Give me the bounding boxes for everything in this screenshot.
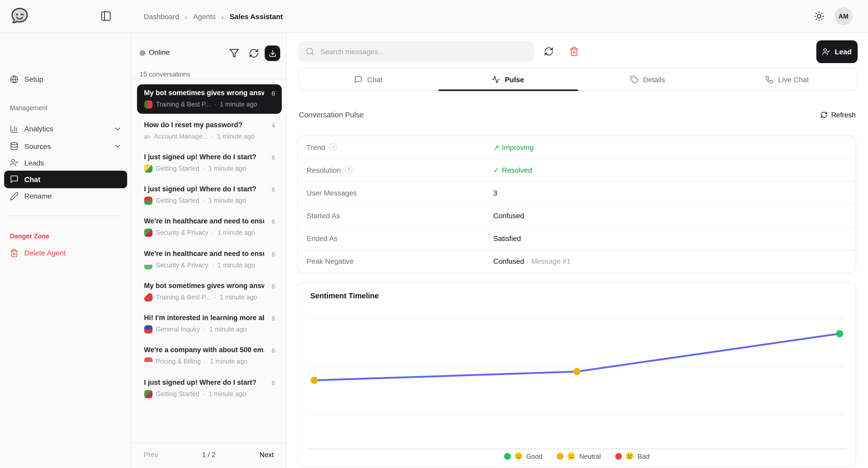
- app-logo-wink-chat-icon[interactable]: [9, 6, 30, 26]
- theme-toggle-sun-icon[interactable]: [814, 11, 825, 22]
- conversation-meta: Getting Started · 1 minute ago: [144, 197, 275, 205]
- refresh-messages-icon[interactable]: [544, 47, 553, 56]
- tab-label: Details: [643, 75, 665, 84]
- legend-item-neutral: Neutral: [557, 452, 601, 460]
- message-count-badge: 6: [272, 379, 275, 386]
- next-page-button[interactable]: Next: [259, 451, 274, 459]
- sidebar-item-chat[interactable]: Chat: [4, 170, 127, 188]
- chevron-down-icon: [114, 142, 122, 150]
- online-status-dot: [140, 50, 145, 56]
- breadcrumb-agents[interactable]: Agents: [193, 12, 216, 21]
- conversation-title: How do I reset my password?: [144, 121, 264, 129]
- sidebar-item-rename[interactable]: Rename: [4, 187, 127, 205]
- conversation-list-item[interactable]: Hi! I'm interested in learning more ab..…: [137, 309, 282, 339]
- download-conversations-button[interactable]: [265, 46, 280, 61]
- pulse-value-text: 3: [493, 189, 497, 197]
- search-bar: [298, 41, 534, 62]
- help-icon[interactable]: ?: [329, 143, 337, 151]
- filter-icon[interactable]: [229, 48, 239, 58]
- sentiment-chart: [298, 282, 856, 464]
- refresh-icon[interactable]: [249, 48, 259, 58]
- tab-label: Pulse: [505, 75, 524, 84]
- sidebar-section-label: Management: [10, 105, 48, 112]
- lead-button[interactable]: Lead: [816, 40, 858, 63]
- pulse-value-text: Confused: [493, 211, 524, 220]
- sidebar-item-setup[interactable]: Setup: [4, 70, 127, 88]
- conversation-list-item[interactable]: We're in healthcare and need to ensu... …: [137, 245, 282, 274]
- chevron-down-icon: [114, 125, 122, 133]
- sidebar-item-label: Setup: [24, 75, 43, 83]
- delete-conversation-icon[interactable]: [569, 47, 579, 56]
- sidebar-item-sources[interactable]: Sources: [4, 137, 127, 155]
- legend-label: Bad: [638, 452, 650, 460]
- pulse-row-value: Confused· Message #1: [493, 257, 571, 266]
- trash-icon: [10, 248, 19, 257]
- conversation-list-item[interactable]: My bot sometimes gives wrong answ... 6 T…: [137, 84, 282, 114]
- pulse-row-label: User Messages: [307, 189, 357, 197]
- conversation-meta: an Account Manage... · 1 minute ago: [144, 133, 275, 141]
- sidebar-item-label: Rename: [24, 192, 52, 200]
- tab-pulse[interactable]: Pulse: [438, 68, 578, 90]
- message-count-badge: 4: [272, 122, 275, 129]
- conversation-time: 1 minute ago: [217, 133, 255, 140]
- message-count-badge: 6: [272, 251, 275, 258]
- conversation-list-item[interactable]: We're a company with about 500 em... 6 P…: [137, 341, 282, 371]
- conversation-category: Training & Best P...: [156, 294, 210, 301]
- language-flag-icon: [144, 100, 152, 109]
- conversation-category: Security & Privacy: [156, 261, 208, 269]
- breadcrumb-dashboard[interactable]: Dashboard: [144, 12, 179, 21]
- tab-live-chat[interactable]: Live Chat: [717, 68, 857, 90]
- meta-separator: ·: [203, 165, 205, 172]
- chart-legend: Good Neutral Bad: [298, 452, 856, 460]
- conversation-title: Hi! I'm interested in learning more ab..…: [144, 314, 264, 322]
- search-input[interactable]: [319, 47, 527, 56]
- conversation-title: We're a company with about 500 em...: [144, 346, 264, 354]
- sidebar-item-analytics[interactable]: Analytics: [4, 120, 127, 138]
- conversation-list-item[interactable]: My bot sometimes gives wrong answ... 6 T…: [137, 277, 282, 306]
- conversation-list-item[interactable]: We're in healthcare and need to ensu... …: [137, 212, 282, 242]
- language-flag-icon: [144, 293, 152, 301]
- conversation-meta: Getting Started · 1 minute ago: [144, 165, 275, 173]
- conversation-list-item[interactable]: I just signed up! Where do I start? 6 Ge…: [137, 374, 282, 403]
- conversation-list-item[interactable]: I just signed up! Where do I start? 6 Ge…: [137, 180, 282, 210]
- main-content: Lead Chat Pulse Details Live Chat Conver…: [287, 33, 868, 468]
- message-count-badge: 6: [272, 347, 275, 354]
- pulse-row-value: ✓Resolved: [493, 166, 532, 174]
- conversation-list-item[interactable]: I just signed up! Where do I start? 6 Ge…: [137, 148, 282, 178]
- sidebar-item-leads[interactable]: Leads: [4, 154, 127, 171]
- conversation-meta: General Inquiry · 1 minute ago: [144, 325, 275, 333]
- tab-details[interactable]: Details: [578, 68, 717, 90]
- tab-bar: Chat Pulse Details Live Chat: [298, 68, 858, 91]
- user-avatar[interactable]: AM: [834, 7, 852, 25]
- pulse-row-label: Trend: [307, 143, 325, 151]
- smiling-face-emoji-icon: [514, 452, 522, 460]
- legend-item-good: Good: [504, 452, 542, 460]
- conversation-title: I just signed up! Where do I start?: [144, 153, 264, 161]
- tab-chat[interactable]: Chat: [299, 68, 438, 90]
- meta-separator: ·: [203, 197, 205, 204]
- status-row: Online: [131, 44, 286, 62]
- trend-up-glyph: ↗: [493, 143, 499, 151]
- pulse-refresh-button[interactable]: Refresh: [820, 111, 856, 119]
- pulse-row-label: Resolution: [307, 166, 341, 174]
- conversation-title: I just signed up! Where do I start?: [144, 185, 264, 193]
- sidebar-item-label: Leads: [24, 158, 44, 167]
- meta-separator: ·: [212, 261, 214, 269]
- tag-icon: [630, 75, 638, 84]
- conversation-time: 1 minute ago: [209, 165, 246, 172]
- message-count-badge: 8: [272, 315, 275, 322]
- message-count-badge: 6: [272, 218, 275, 226]
- pencil-icon: [10, 192, 19, 200]
- refresh-label: Refresh: [831, 111, 856, 119]
- sidebar-item-label: Analytics: [24, 125, 53, 133]
- online-status-label: Online: [149, 48, 170, 56]
- conversation-category: Training & Best P...: [156, 101, 210, 108]
- sidebar-collapse-icon[interactable]: [100, 10, 112, 22]
- help-icon[interactable]: ?: [345, 166, 352, 174]
- breadcrumb-separator: ›: [221, 12, 224, 21]
- check-glyph: ✓: [493, 166, 499, 174]
- conversation-category: Getting Started: [156, 390, 199, 398]
- sidebar-item-delete-agent[interactable]: Delete Agent: [4, 244, 127, 262]
- conversation-list-item[interactable]: How do I reset my password? 4 an Account…: [137, 116, 282, 146]
- conversation-time: 1 minute ago: [209, 197, 246, 204]
